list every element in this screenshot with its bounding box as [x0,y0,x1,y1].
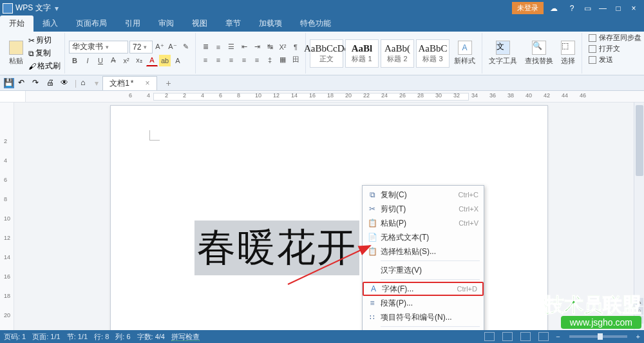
print-icon[interactable]: 🖨 [46,78,57,88]
tab-home[interactable]: 开始 [0,15,33,32]
shrink-font-button[interactable]: A⁻ [167,41,178,53]
tab-addins[interactable]: 加载项 [250,15,291,32]
distribute-button[interactable]: ≡ [251,54,263,66]
style-h3[interactable]: AaBbC标题 3 [416,39,450,68]
select-button[interactable]: ⬚选择 [558,39,578,67]
bold-button[interactable]: B [69,55,80,66]
close-button[interactable]: × [626,4,641,13]
ctx-paste[interactable]: 📋粘贴(P)Ctrl+V [363,216,484,230]
clear-format-button[interactable]: ✎ [180,41,191,53]
ctx-pastespecial[interactable]: 📋选择性粘贴(S)... [363,244,484,259]
view-read-icon[interactable] [538,332,549,341]
status-spell[interactable]: 拼写检查 [171,332,200,342]
copy-button[interactable]: ⧉复制 [28,48,61,59]
ctx-bullets[interactable]: ∷项目符号和编号(N)... [363,310,484,324]
minimize-button[interactable]: — [595,4,611,13]
tab-section[interactable]: 章节 [216,15,250,32]
status-page[interactable]: 页码: 1 [4,332,26,342]
decrease-indent-button[interactable]: ⇤ [238,41,250,53]
font-name-select[interactable]: 华文隶书▾ [69,41,128,54]
multilevel-button[interactable]: ☰ [225,41,237,53]
save-icon[interactable]: 💾 [4,78,14,88]
underline-button[interactable]: U [95,55,106,66]
new-style-button[interactable]: A新样式 [451,39,478,67]
zoom-slider[interactable] [569,335,627,338]
style-h2[interactable]: AaBb(标题 2 [381,39,414,68]
hruler-scale[interactable]: 6422468101214161820222426283032343638404… [26,91,644,102]
font-color-button[interactable]: A [146,55,158,66]
zoom-thumb[interactable] [598,333,603,340]
ctx-copy[interactable]: ⧉复制(C)Ctrl+C [363,188,484,202]
grow-font-button[interactable]: A⁺ [154,41,166,53]
tab-special[interactable]: 特色功能 [291,15,340,32]
status-section[interactable]: 节: 1/1 [67,332,88,342]
subscript-button[interactable]: x₂ [133,55,145,66]
undo-icon[interactable]: ↶ [18,78,28,88]
cut-button[interactable]: ✂剪切 [28,35,61,46]
style-normal[interactable]: AaBbCcDd正文 [310,39,343,68]
cloud-icon[interactable]: ☁ [550,4,562,13]
style-h1[interactable]: AaBl标题 1 [345,39,379,68]
ctx-font[interactable]: A字体(F)...Ctrl+D [363,282,484,296]
showmarks-button[interactable]: ¶ [290,41,301,53]
style-h3-label: 标题 3 [422,54,442,64]
selected-text[interactable]: 春暖花开 [194,220,359,275]
formatpainter-button[interactable]: 🖌格式刷 [28,61,61,72]
tab-view[interactable]: 视图 [183,15,216,32]
document-tab[interactable]: 文档1 * × [102,76,156,90]
zoom-out-button[interactable]: − [556,333,560,340]
help-button[interactable]: ? [564,4,580,13]
app-menu-dropdown[interactable]: ▾ [55,4,59,13]
send-button[interactable]: 发送 [589,55,641,64]
preview-icon[interactable]: 👁 [61,78,71,88]
shading-button[interactable]: ▦ [277,54,289,66]
line-spacing-button[interactable]: ‡ [264,54,276,66]
increase-indent-button[interactable]: ⇥ [251,41,263,53]
view-web-icon[interactable] [520,332,531,341]
doc-close-icon[interactable]: × [145,79,149,88]
view-outline-icon[interactable] [502,332,513,341]
home-icon[interactable]: ⌂ [80,78,91,88]
align-center-button[interactable]: ≡ [213,54,224,66]
find-replace-button[interactable]: 🔍查找替换 [522,39,556,67]
superscript-button[interactable]: x² [120,55,132,66]
zoom-in-button[interactable]: + [636,333,640,340]
highlight-button[interactable]: ab [159,55,171,66]
strike-button[interactable]: A̶ [108,55,119,66]
tab-references[interactable]: 引用 [116,15,149,32]
align-left-button[interactable]: ≡ [200,54,211,66]
ctx-pastetext[interactable]: 📄无格式文本(T) [363,230,484,244]
bullets-button[interactable]: ≣ [200,41,211,53]
maximize-button[interactable]: □ [611,4,626,13]
align-right-button[interactable]: ≡ [225,54,237,66]
tab-layout[interactable]: 页面布局 [67,15,116,32]
char-border-button[interactable]: A [172,55,184,66]
borders-button[interactable]: 田 [290,54,301,66]
login-button[interactable]: 未登录 [512,2,544,14]
ctx-cut[interactable]: ✂剪切(T)Ctrl+X [363,202,484,216]
status-line[interactable]: 行: 8 [94,332,109,342]
tabs-button[interactable]: ↹ [264,41,276,53]
status-pageof[interactable]: 页面: 1/1 [32,332,60,342]
open-cloud-button[interactable]: 打开文 [589,44,641,54]
ctx-reselect[interactable]: 汉字重选(V) [363,263,484,277]
save-to-cloud-button[interactable]: 保存至同步盘 [589,33,641,43]
status-chars[interactable]: 字数: 4/4 [137,332,165,342]
italic-button[interactable]: I [82,55,93,66]
status-col[interactable]: 列: 6 [115,332,130,342]
ribbon-toggle-button[interactable]: ▭ [580,4,595,13]
paste-button[interactable]: 粘贴 [6,34,26,72]
justify-button[interactable]: ≡ [238,54,250,66]
numbering-button[interactable]: ≡ [213,41,224,53]
scrollbar-thumb[interactable] [636,105,643,176]
vertical-ruler[interactable]: 2468101214161820 [0,103,14,331]
tab-insert[interactable]: 插入 [33,15,67,32]
tab-review[interactable]: 审阅 [149,15,183,32]
text-tools-button[interactable]: 文文字工具 [486,39,520,67]
view-print-icon[interactable] [484,332,495,341]
sort-button[interactable]: X² [277,41,289,53]
ctx-paragraph[interactable]: ≡段落(P)... [363,296,484,310]
redo-icon[interactable]: ↷ [32,78,43,88]
new-doc-button[interactable]: + [161,78,176,88]
font-size-select[interactable]: 72▾ [129,41,153,54]
